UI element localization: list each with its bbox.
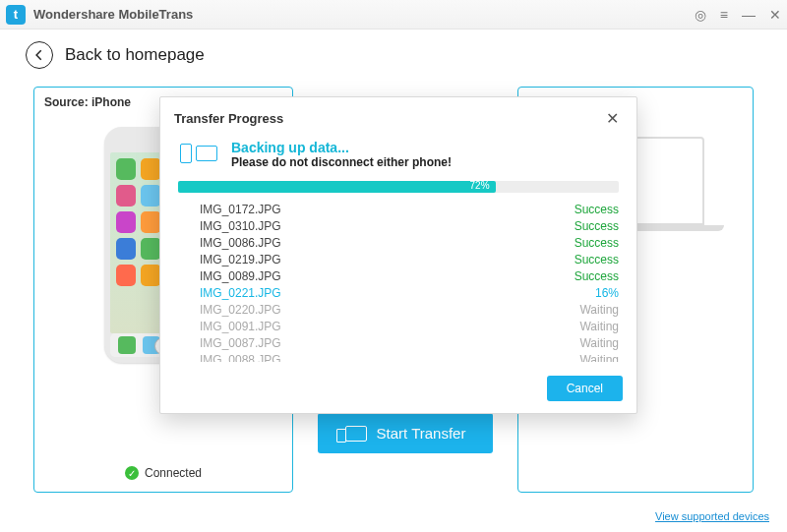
file-list[interactable]: IMG_0172.JPGSuccessIMG_0310.JPGSuccessIM… [178,201,627,362]
dialog-close-button[interactable]: ✕ [602,107,623,130]
file-name: IMG_0086.JPG [200,236,281,250]
file-status: Waiting [579,320,619,333]
file-name: IMG_0088.JPG [200,353,281,363]
file-row: IMG_0087.JPGWaiting [178,334,619,351]
file-row: IMG_0086.JPGSuccess [178,234,619,251]
file-status: Success [575,236,619,250]
file-status: 16% [595,286,619,300]
file-status: Waiting [579,303,619,317]
file-status: Success [575,269,619,283]
status-heading: Backing up data... [231,140,452,155]
cancel-button[interactable]: Cancel [547,376,623,401]
file-name: IMG_0219.JPG [200,253,281,266]
file-status: Waiting [579,336,619,350]
status-subheading: Please do not disconnect either phone! [231,155,452,169]
file-row: IMG_0088.JPGWaiting [178,351,619,362]
file-row: IMG_0220.JPGWaiting [178,301,619,318]
file-status: Success [575,203,619,216]
modal-overlay: Transfer Progress ✕ Backing up data... P… [0,0,787,532]
file-name: IMG_0310.JPG [200,219,281,233]
file-name: IMG_0087.JPG [200,336,281,350]
file-name: IMG_0220.JPG [200,303,281,317]
file-row: IMG_0221.JPG16% [178,284,619,301]
file-status: Success [575,219,619,233]
file-row: IMG_0091.JPGWaiting [178,318,619,334]
file-name: IMG_0172.JPG [200,203,281,216]
file-row: IMG_0310.JPGSuccess [178,217,619,234]
file-status: Waiting [579,353,619,363]
phone-to-laptop-icon [180,142,219,167]
dialog-title: Transfer Progress [174,111,283,126]
file-row: IMG_0172.JPGSuccess [178,201,619,217]
file-status: Success [575,253,619,266]
file-row: IMG_0089.JPGSuccess [178,267,619,284]
progress-percent: 72% [470,180,490,191]
file-name: IMG_0221.JPG [200,286,281,300]
progress-bar: 72% [178,181,619,193]
file-name: IMG_0091.JPG [200,320,281,333]
transfer-progress-dialog: Transfer Progress ✕ Backing up data... P… [159,96,637,414]
file-row: IMG_0219.JPGSuccess [178,251,619,267]
file-name: IMG_0089.JPG [200,269,281,283]
